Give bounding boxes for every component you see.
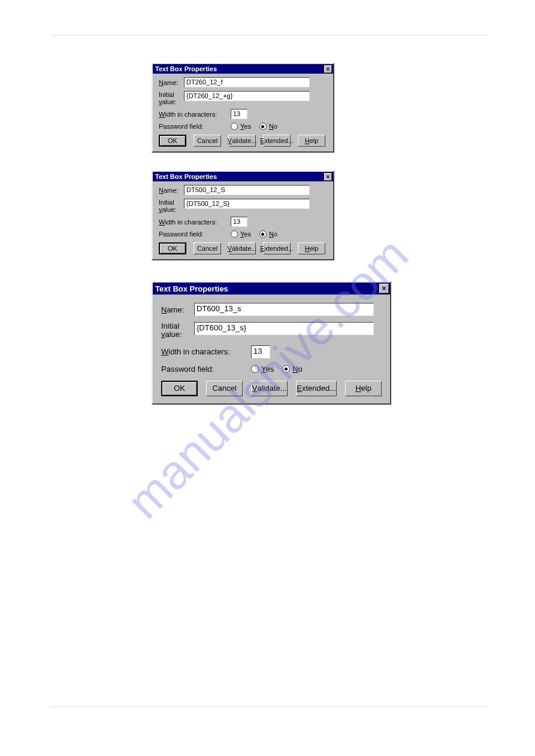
name-field[interactable]: DT260_12_f xyxy=(184,77,310,87)
textbox-properties-dialog: Text Box Properties × Name: DT600_13_s I… xyxy=(152,281,391,405)
radio-label: No xyxy=(269,123,277,130)
password-field-label: Password field: xyxy=(159,123,231,130)
name-field[interactable]: DT500_12_S xyxy=(184,185,310,195)
radio-label: Yes xyxy=(261,365,274,374)
extended-button[interactable]: Extended... xyxy=(263,242,291,254)
password-yes-radio[interactable]: Yes xyxy=(251,365,274,374)
extended-button[interactable]: Extended... xyxy=(296,381,337,396)
close-icon[interactable]: × xyxy=(379,284,389,293)
initial-value-label: Initial value: xyxy=(159,199,184,213)
password-field-label: Password field: xyxy=(159,230,231,238)
radio-label: No xyxy=(269,230,277,238)
radio-label: No xyxy=(292,365,303,374)
name-field[interactable]: DT600_13_s xyxy=(194,303,374,316)
validate-button[interactable]: Validate... xyxy=(228,135,256,147)
name-label: Name: xyxy=(159,79,184,86)
close-icon[interactable]: × xyxy=(324,173,332,181)
password-no-radio[interactable]: No xyxy=(282,365,303,374)
page-top-divider xyxy=(51,35,487,35)
cancel-button[interactable]: Cancel xyxy=(194,135,221,147)
titlebar[interactable]: Text Box Properties × xyxy=(153,172,333,181)
help-button[interactable]: Help xyxy=(298,242,325,254)
validate-button[interactable]: Validate... xyxy=(228,242,256,254)
dialog-title: Text Box Properties xyxy=(153,65,217,72)
radio-label: Yes xyxy=(240,230,251,238)
extended-button[interactable]: Extended... xyxy=(263,135,291,147)
textbox-properties-dialog: Text Box Properties × Name: DT260_12_f I… xyxy=(152,63,334,153)
close-icon[interactable]: × xyxy=(324,65,332,73)
initial-value-field[interactable]: {DT600_13_s} xyxy=(194,322,374,335)
ok-button[interactable]: OK xyxy=(161,381,198,396)
password-no-radio[interactable]: No xyxy=(259,123,277,130)
password-field-label: Password field: xyxy=(161,365,251,374)
titlebar[interactable]: Text Box Properties × xyxy=(153,64,333,74)
initial-value-field[interactable]: {DT260_12_+g} xyxy=(184,91,310,101)
dialog-title: Text Box Properties xyxy=(153,284,228,293)
radio-label: Yes xyxy=(240,123,251,130)
width-label: Width in characters: xyxy=(159,218,231,226)
validate-button[interactable]: Validate... xyxy=(251,381,288,396)
width-field[interactable]: 13 xyxy=(251,345,270,359)
textbox-properties-dialog: Text Box Properties × Name: DT500_12_S I… xyxy=(152,171,334,260)
password-yes-radio[interactable]: Yes xyxy=(231,123,251,130)
titlebar[interactable]: Text Box Properties × xyxy=(153,283,390,294)
password-yes-radio[interactable]: Yes xyxy=(231,230,251,238)
page-bottom-divider xyxy=(51,706,487,707)
width-label: Width in characters: xyxy=(161,347,251,356)
password-no-radio[interactable]: No xyxy=(259,230,277,238)
initial-value-field[interactable]: {DT500_12_S} xyxy=(184,199,310,209)
width-label: Width in characters: xyxy=(159,111,231,118)
width-field[interactable]: 13 xyxy=(231,217,247,227)
cancel-button[interactable]: Cancel xyxy=(194,242,221,254)
name-label: Name: xyxy=(161,305,194,314)
initial-value-label: Initial value: xyxy=(159,91,184,105)
name-label: Name: xyxy=(159,187,184,194)
ok-button[interactable]: OK xyxy=(159,135,186,147)
cancel-button[interactable]: Cancel xyxy=(206,381,243,396)
ok-button[interactable]: OK xyxy=(159,242,186,254)
help-button[interactable]: Help xyxy=(298,135,325,147)
width-field[interactable]: 13 xyxy=(231,109,247,119)
help-button[interactable]: Help xyxy=(345,381,382,396)
dialog-title: Text Box Properties xyxy=(153,173,217,180)
initial-value-label: Initial value: xyxy=(161,322,194,339)
